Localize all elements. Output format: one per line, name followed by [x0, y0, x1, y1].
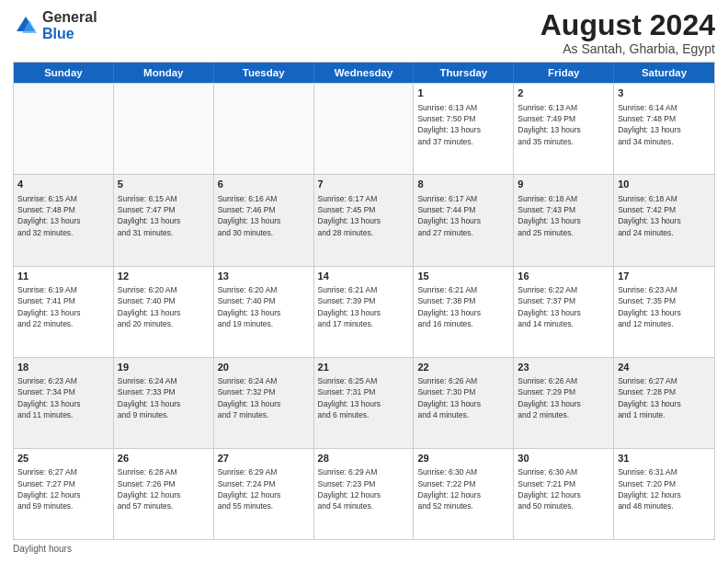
calendar-cell: 2Sunrise: 6:13 AM Sunset: 7:49 PM Daylig… [514, 84, 614, 174]
calendar-cell [114, 84, 214, 174]
calendar-row: 4Sunrise: 6:15 AM Sunset: 7:48 PM Daylig… [14, 174, 714, 265]
day-number: 15 [417, 270, 509, 283]
day-info: Sunrise: 6:16 AM Sunset: 7:46 PM Dayligh… [218, 193, 310, 238]
day-info: Sunrise: 6:25 AM Sunset: 7:31 PM Dayligh… [318, 375, 410, 420]
day-number: 31 [618, 452, 711, 465]
calendar-cell: 29Sunrise: 6:30 AM Sunset: 7:22 PM Dayli… [414, 449, 514, 539]
day-info: Sunrise: 6:26 AM Sunset: 7:29 PM Dayligh… [518, 375, 609, 420]
day-info: Sunrise: 6:27 AM Sunset: 7:27 PM Dayligh… [17, 466, 109, 511]
calendar-cell: 30Sunrise: 6:30 AM Sunset: 7:21 PM Dayli… [514, 449, 614, 539]
calendar-cell: 19Sunrise: 6:24 AM Sunset: 7:33 PM Dayli… [114, 358, 214, 448]
calendar-cell: 7Sunrise: 6:17 AM Sunset: 7:45 PM Daylig… [314, 175, 415, 265]
logo-general: General [42, 9, 97, 25]
page: General Blue August 2024 As Santah, Ghar… [0, 0, 728, 563]
calendar-cell: 24Sunrise: 6:27 AM Sunset: 7:28 PM Dayli… [614, 358, 714, 448]
logo-blue: Blue [42, 26, 74, 41]
calendar-cell [314, 84, 415, 174]
calendar-cell [214, 84, 314, 174]
day-number: 11 [17, 270, 109, 283]
day-info: Sunrise: 6:21 AM Sunset: 7:38 PM Dayligh… [417, 284, 509, 329]
calendar-cell: 4Sunrise: 6:15 AM Sunset: 7:48 PM Daylig… [14, 175, 114, 265]
weekday-header: Saturday [614, 63, 714, 83]
calendar-cell: 25Sunrise: 6:27 AM Sunset: 7:27 PM Dayli… [14, 449, 114, 539]
calendar-row: 1Sunrise: 6:13 AM Sunset: 7:50 PM Daylig… [14, 83, 714, 174]
day-number: 3 [618, 86, 711, 100]
calendar-cell: 18Sunrise: 6:23 AM Sunset: 7:34 PM Dayli… [14, 358, 114, 448]
day-number: 30 [518, 452, 609, 465]
day-number: 9 [518, 178, 609, 191]
day-number: 7 [318, 178, 410, 191]
calendar-cell: 5Sunrise: 6:15 AM Sunset: 7:47 PM Daylig… [114, 175, 214, 265]
calendar-cell: 12Sunrise: 6:20 AM Sunset: 7:40 PM Dayli… [114, 267, 214, 357]
day-number: 14 [318, 270, 410, 283]
calendar: SundayMondayTuesdayWednesdayThursdayFrid… [13, 62, 715, 540]
day-info: Sunrise: 6:23 AM Sunset: 7:34 PM Dayligh… [17, 375, 109, 420]
subtitle: As Santah, Gharbia, Egypt [540, 41, 715, 56]
day-number: 6 [218, 178, 310, 191]
day-info: Sunrise: 6:24 AM Sunset: 7:33 PM Dayligh… [118, 375, 210, 420]
calendar-cell: 8Sunrise: 6:17 AM Sunset: 7:44 PM Daylig… [414, 175, 514, 265]
day-info: Sunrise: 6:18 AM Sunset: 7:43 PM Dayligh… [518, 193, 609, 238]
title-block: August 2024 As Santah, Gharbia, Egypt [540, 9, 715, 56]
day-info: Sunrise: 6:14 AM Sunset: 7:48 PM Dayligh… [618, 102, 711, 147]
calendar-cell: 23Sunrise: 6:26 AM Sunset: 7:29 PM Dayli… [514, 358, 614, 448]
calendar-cell: 26Sunrise: 6:28 AM Sunset: 7:26 PM Dayli… [114, 449, 214, 539]
day-info: Sunrise: 6:17 AM Sunset: 7:45 PM Dayligh… [318, 193, 410, 238]
day-info: Sunrise: 6:15 AM Sunset: 7:48 PM Dayligh… [17, 193, 109, 238]
calendar-cell: 15Sunrise: 6:21 AM Sunset: 7:38 PM Dayli… [414, 267, 514, 357]
calendar-cell: 16Sunrise: 6:22 AM Sunset: 7:37 PM Dayli… [514, 267, 614, 357]
footer-note: Daylight hours [13, 544, 715, 554]
day-number: 2 [518, 86, 609, 100]
day-number: 18 [17, 361, 109, 374]
day-info: Sunrise: 6:29 AM Sunset: 7:24 PM Dayligh… [218, 466, 310, 511]
day-number: 25 [17, 452, 109, 465]
calendar-cell: 1Sunrise: 6:13 AM Sunset: 7:50 PM Daylig… [414, 84, 514, 174]
calendar-cell: 22Sunrise: 6:26 AM Sunset: 7:30 PM Dayli… [414, 358, 514, 448]
day-info: Sunrise: 6:30 AM Sunset: 7:21 PM Dayligh… [518, 466, 609, 511]
day-info: Sunrise: 6:13 AM Sunset: 7:49 PM Dayligh… [518, 102, 609, 147]
calendar-row: 25Sunrise: 6:27 AM Sunset: 7:27 PM Dayli… [14, 448, 714, 539]
day-number: 26 [118, 452, 210, 465]
calendar-cell: 6Sunrise: 6:16 AM Sunset: 7:46 PM Daylig… [214, 175, 314, 265]
day-number: 5 [118, 178, 210, 191]
day-info: Sunrise: 6:20 AM Sunset: 7:40 PM Dayligh… [218, 284, 310, 329]
calendar-cell: 27Sunrise: 6:29 AM Sunset: 7:24 PM Dayli… [214, 449, 314, 539]
main-title: August 2024 [540, 9, 715, 41]
day-info: Sunrise: 6:26 AM Sunset: 7:30 PM Dayligh… [417, 375, 509, 420]
day-number: 16 [518, 270, 609, 283]
logo-icon [13, 13, 39, 39]
calendar-cell: 3Sunrise: 6:14 AM Sunset: 7:48 PM Daylig… [614, 84, 714, 174]
logo: General Blue [13, 9, 97, 41]
weekday-header: Sunday [14, 63, 114, 83]
day-info: Sunrise: 6:15 AM Sunset: 7:47 PM Dayligh… [118, 193, 210, 238]
day-info: Sunrise: 6:22 AM Sunset: 7:37 PM Dayligh… [518, 284, 609, 329]
weekday-header: Wednesday [314, 63, 415, 83]
calendar-cell: 11Sunrise: 6:19 AM Sunset: 7:41 PM Dayli… [14, 267, 114, 357]
calendar-row: 11Sunrise: 6:19 AM Sunset: 7:41 PM Dayli… [14, 266, 714, 357]
calendar-header: SundayMondayTuesdayWednesdayThursdayFrid… [14, 63, 714, 83]
day-number: 24 [618, 361, 711, 374]
day-number: 19 [118, 361, 210, 374]
calendar-cell: 31Sunrise: 6:31 AM Sunset: 7:20 PM Dayli… [614, 449, 714, 539]
weekday-header: Friday [514, 63, 614, 83]
day-number: 8 [417, 178, 509, 191]
day-info: Sunrise: 6:31 AM Sunset: 7:20 PM Dayligh… [618, 466, 711, 511]
day-number: 1 [417, 86, 509, 100]
calendar-cell: 21Sunrise: 6:25 AM Sunset: 7:31 PM Dayli… [314, 358, 415, 448]
day-info: Sunrise: 6:20 AM Sunset: 7:40 PM Dayligh… [118, 284, 210, 329]
day-number: 17 [618, 270, 711, 283]
calendar-cell: 9Sunrise: 6:18 AM Sunset: 7:43 PM Daylig… [514, 175, 614, 265]
day-number: 10 [618, 178, 711, 191]
day-number: 21 [318, 361, 410, 374]
calendar-row: 18Sunrise: 6:23 AM Sunset: 7:34 PM Dayli… [14, 357, 714, 448]
day-info: Sunrise: 6:21 AM Sunset: 7:39 PM Dayligh… [318, 284, 410, 329]
logo-text: General Blue [42, 9, 97, 41]
weekday-header: Thursday [414, 63, 514, 83]
day-info: Sunrise: 6:28 AM Sunset: 7:26 PM Dayligh… [118, 466, 210, 511]
day-number: 20 [218, 361, 310, 374]
calendar-cell: 17Sunrise: 6:23 AM Sunset: 7:35 PM Dayli… [614, 267, 714, 357]
weekday-header: Monday [114, 63, 214, 83]
day-info: Sunrise: 6:17 AM Sunset: 7:44 PM Dayligh… [417, 193, 509, 238]
day-number: 22 [417, 361, 509, 374]
calendar-cell: 28Sunrise: 6:29 AM Sunset: 7:23 PM Dayli… [314, 449, 415, 539]
